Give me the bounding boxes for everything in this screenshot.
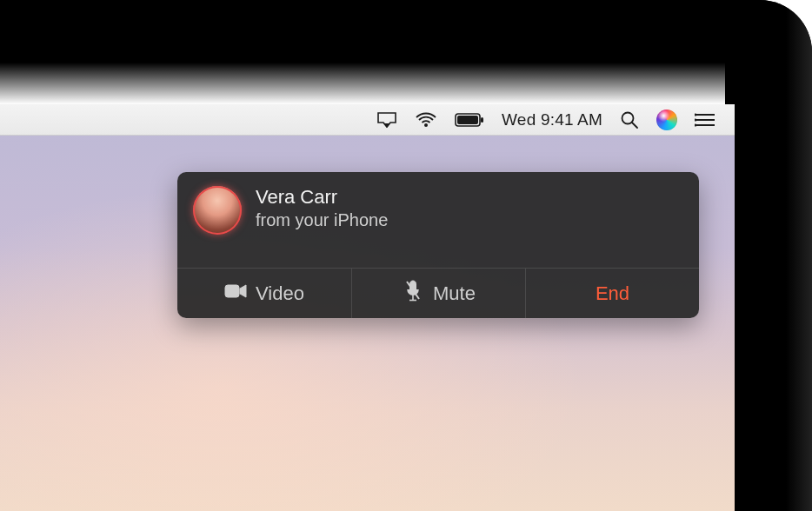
screen: Wed 9:41 AM Vera Carr from your iPhone [0,104,735,511]
svg-point-10 [695,118,697,121]
video-icon [224,280,247,308]
menu-bar: Wed 9:41 AM [0,104,735,136]
video-button[interactable]: Video [177,269,351,318]
svg-point-9 [695,113,697,116]
svg-rect-2 [481,117,483,123]
svg-point-0 [424,123,428,127]
notification-center-icon[interactable] [695,112,715,128]
call-notification: Vera Carr from your iPhone Video Mute [177,172,699,318]
end-call-button[interactable]: End [525,269,699,318]
video-button-label: Video [256,282,304,305]
call-actions: Video Mute End [177,268,699,318]
siri-icon[interactable] [656,110,677,130]
spotlight-search-icon[interactable] [620,110,639,129]
caller-avatar [193,186,242,235]
mute-button[interactable]: Mute [351,269,525,318]
device-frame: Wed 9:41 AM Vera Carr from your iPhone [0,0,812,511]
svg-point-11 [695,123,697,126]
device-bezel-right [725,0,812,511]
svg-line-5 [632,123,637,128]
airplay-icon[interactable] [376,111,397,129]
call-source-label: from your iPhone [256,210,388,230]
menubar-clock[interactable]: Wed 9:41 AM [502,110,602,129]
caller-name: Vera Carr [256,186,388,209]
svg-rect-12 [225,285,239,297]
device-bezel-top [0,0,812,104]
mic-off-icon [402,280,424,308]
mute-button-label: Mute [433,282,476,305]
end-call-button-label: End [596,282,629,305]
wifi-icon[interactable] [415,111,437,129]
svg-rect-3 [457,116,478,124]
battery-icon[interactable] [455,112,484,128]
